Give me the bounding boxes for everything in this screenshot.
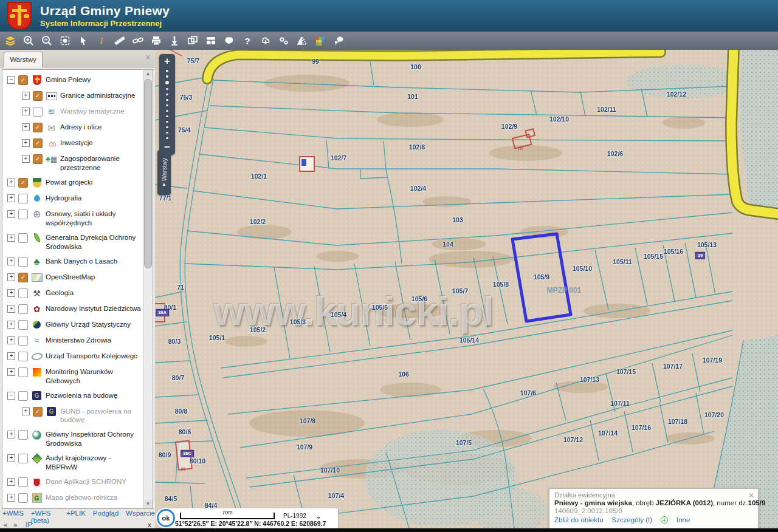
layer-label[interactable]: Ministerstwo Zdrowia — [46, 335, 143, 345]
service-link[interactable]: Wsparcie — [126, 510, 155, 520]
layer-row[interactable]: +♣Bank Danych o Lasach — [2, 254, 143, 270]
zoom-level-dot[interactable] — [166, 99, 168, 101]
expand-icon[interactable]: + — [22, 155, 30, 163]
layer-label[interactable]: Hydrografia — [46, 193, 143, 203]
layer-row[interactable]: +≈Ministerstwo Zdrowia — [2, 333, 143, 349]
layer-label[interactable]: Adresy i ulice — [60, 122, 143, 132]
expand-icon[interactable]: + — [7, 234, 15, 242]
layer-label[interactable]: Warstwy tematyczne — [60, 106, 143, 116]
expand-icon[interactable]: + — [7, 431, 15, 438]
link-icon[interactable] — [130, 33, 146, 49]
layer-row[interactable]: +✓OpenStreetMap — [2, 270, 143, 285]
layer-checkbox[interactable]: ✓ — [33, 138, 43, 148]
expand-icon[interactable]: + — [7, 305, 15, 313]
layer-row[interactable]: −✓Geoportal.gov.pl — [2, 506, 143, 509]
add-circle-icon[interactable]: + — [661, 516, 668, 523]
nav-prev-button[interactable]: « — [4, 521, 7, 528]
zoom-level-dot[interactable] — [166, 75, 168, 78]
zoom-level-current-dot[interactable] — [165, 81, 169, 84]
layer-row[interactable]: +⚒Geologia — [2, 285, 143, 301]
layer-checkbox[interactable] — [18, 257, 28, 267]
other-link[interactable]: Inne — [676, 516, 690, 523]
zoom-in-icon[interactable] — [21, 33, 36, 49]
layer-label[interactable]: Narodowy Instytut Dziedzictwa — [46, 304, 143, 313]
layer-row[interactable]: +✓GGUNB - pozwolenia na budowę — [2, 404, 143, 428]
layout-panels-icon[interactable] — [203, 33, 219, 49]
zoom-in-button[interactable]: + — [164, 55, 170, 67]
zoom-level-dot[interactable] — [166, 132, 168, 134]
layer-checkbox[interactable]: ✓ — [18, 178, 28, 188]
layer-row[interactable]: +✓✉Adresy i ulice — [2, 120, 143, 135]
layer-checkbox[interactable] — [18, 352, 28, 361]
layer-label[interactable]: Główny Inspektorat Ochrony Środowiska — [46, 429, 143, 448]
service-link[interactable]: +PLIK — [66, 510, 86, 520]
service-link[interactable]: +WFS (beta) — [31, 510, 59, 520]
expand-icon[interactable]: + — [7, 478, 15, 486]
expand-icon[interactable]: + — [7, 210, 15, 218]
zoom-level-dot[interactable] — [166, 70, 168, 72]
layer-label[interactable]: Audyt krajobrazowy - MBPRwW — [46, 453, 143, 472]
expand-icon[interactable]: + — [7, 336, 15, 344]
layer-row[interactable]: +GMapa glebowo-rolnicza — [2, 490, 143, 506]
comments-icon[interactable] — [331, 33, 346, 49]
print-icon[interactable] — [148, 33, 164, 49]
layer-row[interactable]: +≋Warstwy tematyczne — [2, 104, 143, 120]
layer-label[interactable]: Granice administracyjne — [60, 90, 143, 100]
service-link[interactable]: Podgląd — [93, 510, 119, 520]
layer-row[interactable]: +✓Granice administracyjne — [2, 88, 143, 104]
expand-icon[interactable]: + — [7, 352, 15, 360]
layer-row[interactable]: +Generalna Dyrekcja Ochrony Środowiska — [2, 230, 143, 254]
layer-label[interactable]: GUNB - pozwolenia na budowę — [60, 406, 143, 425]
settings-gears-icon[interactable] — [276, 33, 292, 49]
info-icon[interactable]: i — [94, 33, 109, 49]
scrollbar-thumb[interactable] — [144, 79, 152, 268]
zoom-level-dot[interactable] — [166, 121, 168, 123]
layer-checkbox[interactable] — [18, 367, 28, 377]
nav-close-button[interactable]: x — [148, 521, 151, 528]
layer-row[interactable]: +Audyt krajobrazowy - MBPRwW — [2, 451, 143, 474]
layer-label[interactable]: Inwestycje — [60, 138, 143, 148]
layer-row[interactable]: +Urząd Transportu Kolejowego — [2, 349, 143, 364]
popup-close-icon[interactable]: ✕ — [748, 491, 754, 500]
select-region-icon[interactable] — [57, 33, 73, 49]
layer-checkbox[interactable] — [18, 477, 28, 487]
expand-icon[interactable]: + — [7, 257, 15, 265]
expand-icon[interactable]: + — [7, 289, 15, 297]
service-link[interactable]: +WMS — [2, 510, 24, 520]
zoom-level-dot[interactable] — [166, 104, 168, 107]
polygon-icon[interactable] — [221, 33, 237, 49]
layer-label[interactable]: Gmina Pniewy — [46, 75, 143, 84]
layer-row[interactable]: +✓Powiat grójecki — [2, 175, 143, 191]
layer-row[interactable]: +Hydrografia — [2, 191, 143, 206]
layer-row[interactable]: +✿Narodowy Instytut Dziedzictwa — [2, 301, 143, 317]
layer-checkbox[interactable]: ✓ — [33, 123, 43, 132]
layer-label[interactable]: Monitoring Warunków Glebowych — [46, 367, 143, 386]
layer-checkbox[interactable] — [18, 336, 28, 346]
layer-checkbox[interactable] — [18, 304, 28, 314]
tree-scrollbar[interactable]: ▲ ▼ — [143, 70, 153, 508]
layer-checkbox[interactable]: ✓ — [33, 91, 43, 101]
map-canvas[interactable]: www.kunicki.pl 75/799100101102/12102/111… — [155, 50, 778, 532]
help-icon[interactable]: ? — [239, 33, 255, 49]
layer-checkbox[interactable]: ✓ — [33, 407, 43, 417]
scroll-down-icon[interactable]: ▼ — [143, 500, 153, 508]
layer-label[interactable]: Osnowy, siatki i układy współrzędnych — [46, 209, 143, 228]
layer-label[interactable]: Bank Danych o Lasach — [46, 256, 143, 266]
layer-row[interactable]: +Główny Inspektorat Ochrony Środowiska — [2, 427, 143, 451]
zoom-level-dot[interactable] — [166, 110, 168, 112]
pointer-icon[interactable] — [75, 33, 91, 49]
layer-row[interactable]: −GPozwolenia na budowę — [2, 388, 143, 404]
layer-label[interactable]: Geoportal.gov.pl — [46, 508, 143, 509]
zoom-level-slider[interactable] — [165, 67, 169, 142]
layer-checkbox[interactable] — [18, 194, 28, 203]
expand-icon[interactable]: + — [22, 92, 30, 100]
layer-label[interactable]: Generalna Dyrekcja Ochrony Środowiska — [46, 233, 143, 251]
layer-checkbox[interactable] — [18, 233, 28, 243]
crs-selector[interactable]: PL-1992 — [283, 513, 306, 519]
ip-link[interactable]: IP — [26, 521, 32, 528]
layer-row[interactable]: +Monitoring Warunków Glebowych — [2, 364, 143, 388]
layer-label[interactable]: OpenStreetMap — [46, 272, 143, 282]
cloud-download-icon[interactable] — [258, 33, 274, 49]
layer-row[interactable]: +Dane Aplikacji SCHRONY — [2, 474, 143, 490]
layer-checkbox[interactable]: ✓ — [18, 273, 28, 282]
